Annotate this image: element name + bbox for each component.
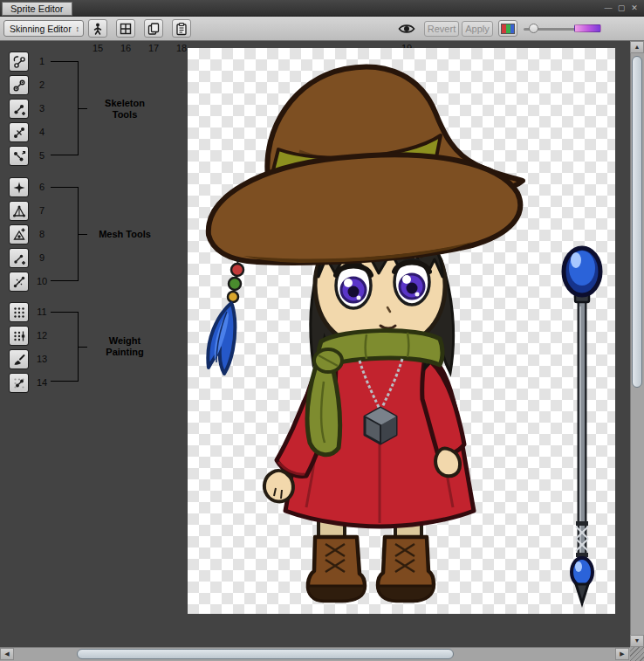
sprite-editor-window: Sprite Editor — ▢ ✕ Skinning Editor ↕ 15… (0, 0, 644, 661)
scroll-up-arrow-icon: ▲ (634, 44, 641, 50)
mesh-tools-label-line1: Mesh Tools (87, 229, 162, 240)
window-title-tab: Sprite Editor (2, 2, 72, 16)
character-sprite (188, 48, 615, 614)
annotation-number-14: 14 (33, 377, 51, 388)
tool-split-edge-button[interactable] (9, 272, 29, 292)
annotation-number-16: 16 (116, 43, 135, 53)
minimize-button[interactable]: — (602, 3, 614, 13)
tool-auto-geometry-button[interactable] (9, 177, 29, 197)
paste-icon (175, 22, 188, 36)
mesh-tools-connector (79, 234, 87, 235)
annotation-number-6: 6 (33, 182, 51, 192)
tool-create-vertex-button[interactable] (9, 224, 29, 244)
bone-influence-icon (12, 376, 26, 390)
scroll-left-button[interactable]: ◀ (0, 648, 14, 660)
annotation-number-5: 5 (33, 150, 51, 161)
weight-painting-connector (79, 347, 87, 348)
window-titlebar: Sprite Editor — ▢ ✕ (0, 0, 644, 17)
tool-weight-slider-button[interactable] (9, 326, 29, 346)
skinning-mode-label: Skinning Editor (10, 24, 72, 34)
create-bone-icon (12, 102, 26, 116)
restore-bind-pose-button[interactable] (88, 19, 107, 38)
create-vertex-icon (12, 228, 26, 242)
preview-pose-icon (12, 55, 26, 69)
paste-button[interactable] (172, 19, 191, 38)
weight-painting-label-line2: Painting (87, 347, 162, 358)
tool-create-bone-button[interactable] (9, 99, 29, 119)
skeleton-tools-label-line1: Skeleton (87, 98, 162, 109)
dropdown-updown-arrow-icon: ↕ (76, 24, 80, 33)
sprite-canvas[interactable] (188, 48, 615, 614)
scroll-up-button[interactable]: ▲ (630, 41, 644, 53)
staff (564, 248, 600, 603)
weight-painting-label-line1: Weight (87, 335, 162, 347)
visibility-toggle[interactable] (398, 23, 415, 35)
annotation-number-2: 2 (33, 79, 51, 90)
restore-bind-pose-icon (91, 22, 105, 36)
mesh-tools-bracket (51, 187, 79, 281)
zoom-slider-thumb[interactable] (529, 24, 538, 33)
annotation-number-8: 8 (33, 229, 51, 239)
split-edge-icon (12, 275, 26, 289)
tool-edit-joints-button[interactable] (9, 75, 29, 95)
tool-bone-influence-button[interactable] (9, 373, 29, 393)
weight-slider-icon (12, 329, 26, 343)
edit-joints-icon (12, 79, 26, 93)
rgb-color-toggle-icon (501, 24, 515, 34)
split-bone-icon (12, 126, 26, 140)
annotation-number-3: 3 (33, 103, 51, 114)
vertical-scroll-thumb[interactable] (632, 56, 642, 388)
auto-geometry-icon (12, 181, 26, 195)
tool-edit-geometry-button[interactable] (9, 201, 29, 221)
scroll-left-arrow-icon: ◀ (4, 651, 9, 657)
annotation-number-10: 10 (33, 276, 51, 286)
skinning-mode-dropdown[interactable]: Skinning Editor ↕ (3, 20, 84, 37)
skeleton-tools-label: Skeleton Tools (87, 98, 162, 120)
resize-grip[interactable] (630, 647, 644, 661)
hat (209, 66, 523, 263)
boots (308, 537, 434, 601)
tool-auto-weights-button[interactable] (9, 302, 29, 322)
sprite-sheet-grid-icon (119, 22, 133, 36)
visibility-eye-icon (398, 23, 415, 35)
beads-feather (208, 259, 243, 374)
weight-painting-bracket (51, 312, 79, 382)
tool-preview-pose-button[interactable] (9, 52, 29, 72)
annotation-number-1: 1 (33, 56, 51, 66)
sprite-sheet-button[interactable] (116, 19, 135, 38)
gradient-preview[interactable] (574, 24, 601, 32)
scroll-down-button[interactable]: ▼ (630, 635, 644, 647)
edit-geometry-icon (12, 204, 26, 218)
annotation-number-12: 12 (33, 330, 51, 341)
annotation-number-4: 4 (33, 127, 51, 137)
reparent-bone-icon (12, 149, 26, 163)
auto-weights-icon (12, 306, 26, 320)
horizontal-scroll-thumb[interactable] (77, 649, 454, 659)
rgb-toggle-button[interactable] (498, 20, 517, 37)
scarf-tail (307, 366, 339, 455)
maximize-button[interactable]: ▢ (615, 3, 627, 13)
copy-button[interactable] (144, 19, 163, 38)
skeleton-tools-label-line2: Tools (87, 109, 162, 120)
annotation-number-11: 11 (33, 306, 51, 317)
skeleton-tools-bracket (51, 61, 79, 155)
annotation-number-9: 9 (33, 252, 51, 263)
annotation-number-15: 15 (88, 43, 107, 53)
weight-painting-label: Weight Painting (87, 335, 162, 358)
revert-button[interactable]: Revert (424, 21, 459, 37)
skeleton-tools-connector (79, 108, 87, 109)
annotation-number-7: 7 (33, 205, 51, 216)
weight-brush-icon (12, 353, 26, 367)
tool-reparent-bone-button[interactable] (9, 146, 29, 166)
tool-split-bone-button[interactable] (9, 122, 29, 142)
scroll-right-button[interactable]: ▶ (615, 648, 629, 660)
close-button[interactable]: ✕ (628, 3, 641, 13)
create-edge-icon (12, 251, 26, 265)
tool-weight-brush-button[interactable] (9, 349, 29, 369)
tool-create-edge-button[interactable] (9, 248, 29, 268)
apply-button[interactable]: Apply (462, 21, 493, 37)
scroll-down-arrow-icon: ▼ (634, 637, 641, 644)
annotation-number-17: 17 (144, 43, 163, 53)
scroll-right-arrow-icon: ▶ (620, 651, 624, 657)
copy-icon (147, 22, 161, 36)
